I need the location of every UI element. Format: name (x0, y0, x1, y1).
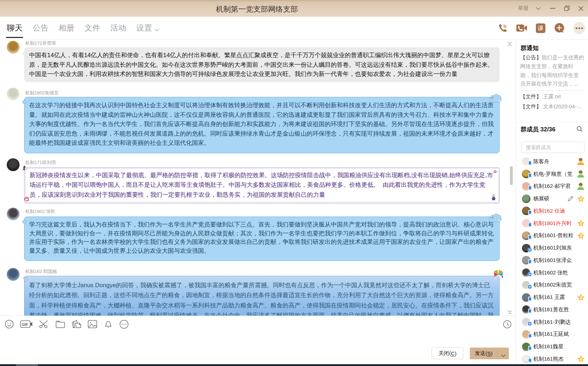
member-row[interactable]: 机制1601刘旭东 (516, 242, 588, 254)
avatar[interactable] (7, 268, 20, 281)
tab-聊天[interactable]: 聊天 (7, 17, 23, 39)
class-icon[interactable]: 课 (536, 23, 545, 33)
more-actions-icon[interactable] (573, 22, 585, 34)
member-search-box[interactable] (522, 142, 584, 153)
report-chevron-icon[interactable] (531, 0, 545, 17)
pencil-icon[interactable] (567, 195, 574, 202)
member-avatar (522, 281, 531, 289)
tab-相册[interactable]: 相册 (59, 17, 75, 39)
member-avatar (522, 207, 531, 215)
voice-call-icon[interactable] (498, 23, 508, 33)
file-icon[interactable] (55, 320, 65, 328)
emoji-icon[interactable] (5, 319, 14, 329)
message-text: 中国有14亿人，有着14亿人的责任和使命，也有着14亿人的付出和奉献。繁星点点汇… (29, 51, 495, 79)
picture-icon[interactable] (88, 320, 97, 328)
member-status-icons (577, 157, 585, 166)
restore-button[interactable] (560, 0, 574, 17)
member-row[interactable]: 机制1601张泽众 (516, 254, 588, 267)
chat-message: 机制172井雪瑶中国有14亿人，有着14亿人的责任和使命，也有着14亿人的付出和… (0, 40, 516, 82)
member-status-icons (577, 219, 585, 227)
member-avatar (522, 330, 531, 339)
notify-icon[interactable] (104, 319, 113, 329)
member-avatar (522, 244, 531, 252)
member-row[interactable]: 机制161熊杰 (516, 353, 588, 364)
bubble-tail (22, 51, 24, 56)
send-button[interactable]: 发送(S) (470, 348, 509, 359)
member-name: 机制161王延斌 (533, 331, 583, 338)
group-chat-window: 机制第一党支部网络支部 举报 聊天公告相册文件活动设置 (0, 0, 588, 366)
chevron-down-icon (155, 24, 159, 33)
member-row[interactable]: 杨展硕 (516, 192, 588, 205)
svg-text:GIF: GIF (22, 322, 28, 327)
send-options-chevron-icon[interactable] (501, 352, 506, 358)
chat-message: 机制162 郎国栋看了剑桥大学博士Janus Dongye的回答，我确实被震撼了… (0, 269, 516, 316)
tab-活动[interactable]: 活动 (110, 17, 126, 39)
member-row[interactable]: 机制1801许兴时 (516, 217, 588, 230)
tab-文件[interactable]: 文件 (84, 17, 100, 39)
member-name: 机制161 王露 (533, 294, 576, 301)
more-tools-icon[interactable] (119, 319, 129, 329)
member-row[interactable]: 机制1602 张乾 (516, 267, 588, 279)
composer-buttons: 关闭(C) 发送(S) (432, 348, 509, 359)
divider (521, 90, 583, 91)
member-search-icon[interactable] (577, 126, 583, 133)
member-row[interactable]: 机制161-刘鹏达 (516, 316, 588, 328)
tab-公告[interactable]: 公告 (33, 17, 49, 39)
member-row[interactable]: 机制161 王露 (516, 291, 588, 304)
avatar[interactable] (7, 208, 20, 220)
message-bubble[interactable]: 新冠肺炎疫情发生以来，中国采取了最彻底、最严格的防控举措，取得了积极的防控效果。… (24, 167, 500, 203)
avatar[interactable] (7, 41, 20, 54)
close-window-button[interactable] (574, 0, 588, 17)
member-avatar (522, 195, 531, 203)
member-row[interactable]: 陈客舟 (516, 155, 588, 168)
message-history-icon[interactable] (503, 320, 512, 330)
video-call-icon[interactable] (516, 24, 527, 32)
bubble-knob (22, 220, 26, 224)
member-status-icons (577, 232, 585, 240)
tab-设置[interactable]: 设置 (136, 17, 159, 39)
mobile-online-badge (528, 358, 532, 364)
add-icon[interactable] (554, 23, 565, 33)
member-row[interactable]: 机制1602朱德宽 (516, 279, 588, 291)
message-text: 在这次学习的链接中我再次认识到中国特色社会主义制度可以将治理体制有效转换治理效能… (29, 101, 495, 148)
corner-ornament (493, 168, 498, 177)
group-file-item[interactable]: 【文件】 文本(2020-04-... (520, 103, 588, 110)
message-bubble[interactable]: 中国有14亿人，有着14亿人的责任和使命，也有着14亿人的付出和奉献。繁星点点汇… (24, 47, 500, 82)
member-row[interactable]: 机电-罗顺意（党 (516, 168, 588, 180)
star-device-badge (528, 284, 532, 290)
close-button[interactable]: 关闭(C) (432, 348, 463, 359)
screenshot-icon[interactable] (39, 319, 49, 329)
shake-icon[interactable] (72, 319, 81, 329)
mobile-online-badge (528, 173, 532, 179)
member-name: 机制162-郝宇君 (533, 183, 575, 190)
member-row[interactable]: 机制161王延斌 (516, 328, 588, 341)
message-bubble[interactable]: 看了剑桥大学博士Janus Dongye的回答，我确实被震撼了，被我国丰富的粮食… (24, 276, 500, 316)
sender-name: 机制162 郎国栋 (25, 269, 516, 274)
member-row[interactable]: 机制162 任迪 (516, 205, 588, 217)
avatar[interactable] (7, 88, 20, 100)
member-row[interactable]: 机制1601-曾粒粒 (516, 230, 588, 242)
member-search-input[interactable] (526, 142, 579, 153)
member-status-icons (577, 170, 585, 178)
avatar[interactable] (7, 158, 20, 171)
message-bubble[interactable]: 学习完这篇文章后，我认为在疫情当下，我们作为一名学生共产党员要做到以下三点。首先… (24, 217, 500, 261)
member-name: 陈客舟 (533, 158, 575, 165)
member-row[interactable]: 机制161黄在胜 (516, 304, 588, 316)
group-owner-icon (577, 157, 585, 166)
minimize-button[interactable] (545, 0, 560, 17)
member-list: 陈客舟机电-罗顺意（党机制162-郝宇君杨展硕机制162 任迪机制1801许兴时… (516, 155, 588, 364)
message-bubble[interactable]: 在这次学习的链接中我再次认识到中国特色社会主义制度可以将治理体制有效转换治理效能… (24, 97, 500, 153)
group-admin-icon (577, 170, 585, 178)
member-row[interactable]: 机制161魏星 (516, 340, 588, 353)
message-list: 机制172井雪瑶中国有14亿人，有着14亿人的责任和使命，也有着14亿人的付出和… (0, 40, 516, 316)
group-file-item[interactable]: 【文件】 王露.txt (520, 93, 588, 100)
report-button[interactable]: 举报 (518, 5, 528, 12)
tab-label: 设置 (136, 23, 152, 33)
member-name: 机制161熊杰 (533, 356, 576, 362)
member-avatar (522, 355, 531, 363)
tab-label: 公告 (33, 23, 49, 33)
group-announcement[interactable]: 【公告】我们是一支优秀的 网络党支部，在紧急时 期，我们每周组织学生党 员开展在… (520, 53, 586, 89)
member-name: 机制161黄在胜 (533, 306, 583, 313)
member-row[interactable]: 机制162-郝宇君 (516, 180, 588, 193)
gif-icon[interactable]: GIF (20, 319, 33, 329)
